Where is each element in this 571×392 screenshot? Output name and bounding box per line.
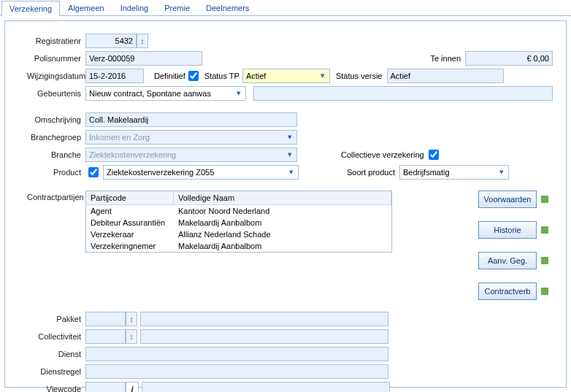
tab-premie[interactable]: Premie xyxy=(156,0,198,15)
contractverb-indicator xyxy=(541,288,548,295)
label-collectiviteit: Collectiviteit xyxy=(27,332,85,341)
label-definitief: Definitief xyxy=(154,72,185,80)
table-row[interactable]: Debiteur Assurantiën Makelaardij Aanbalb… xyxy=(86,217,391,228)
omschrijving-field[interactable] xyxy=(85,112,297,127)
contractpartijen-grid[interactable]: Partijcode Volledige Naam Agent Kantoor … xyxy=(85,191,392,253)
soort-product-select[interactable]: Bedrijfsmatig ▾ xyxy=(399,165,509,180)
table-row[interactable]: Agent Kantoor Noord Nederland xyxy=(86,205,391,217)
label-collectieve: Collectieve verzekering xyxy=(341,150,424,159)
label-soort-product: Soort product xyxy=(342,168,399,177)
chevron-down-icon: ▾ xyxy=(497,168,506,177)
grid-header-partijcode[interactable]: Partijcode xyxy=(86,191,174,204)
product-select[interactable]: Ziektekostenverzekering Z055 ▾ xyxy=(103,165,299,180)
aanvgeg-button[interactable]: Aanv. Geg. xyxy=(478,252,537,269)
collectiviteit-code-field[interactable] xyxy=(85,329,126,344)
aanvgeg-indicator xyxy=(541,257,548,264)
label-branche: Branche xyxy=(27,150,85,159)
status-tp-select[interactable]: Actief ▾ xyxy=(242,69,330,83)
updown-icon: ↕ xyxy=(129,332,134,341)
label-viewcode: Viewcode xyxy=(27,385,85,393)
wijzigingsdatum-field[interactable] xyxy=(85,69,144,83)
gebeurtenis-value: Nieuw contract, Spontane aanwas xyxy=(89,89,211,98)
gebeurtenis-desc-field[interactable] xyxy=(253,86,553,101)
tab-verzekering[interactable]: Verzekering xyxy=(1,1,60,16)
table-row[interactable]: Verzekeraar Allianz Nederland Schade xyxy=(86,228,391,240)
label-gebeurtenis: Gebeurtenis xyxy=(27,89,85,98)
label-pakket: Pakket xyxy=(27,315,85,323)
tab-indeling[interactable]: Indeling xyxy=(112,0,157,15)
tab-bar: Verzekering Algemeen Indeling Premie Dee… xyxy=(0,0,571,16)
grid-header: Partijcode Volledige Naam xyxy=(86,191,391,205)
voorwaarden-indicator xyxy=(541,196,548,203)
collectiviteit-desc-field xyxy=(140,329,388,344)
dienst-field xyxy=(85,347,388,361)
branche-value: Ziektekostenverzekering xyxy=(89,150,176,159)
viewcode-field[interactable] xyxy=(85,382,126,393)
branchegroep-select: Inkomen en Zorg ▾ xyxy=(85,130,297,145)
chevron-down-icon: ▾ xyxy=(234,89,243,98)
tab-deelnemers[interactable]: Deelnemers xyxy=(198,0,257,15)
viewcode-info-button[interactable]: i xyxy=(126,382,139,393)
label-product: Product xyxy=(27,168,85,177)
historie-indicator xyxy=(541,226,548,234)
label-polisnummer: Polisnummer xyxy=(27,54,85,63)
product-value: Ziektekostenverzekering Z055 xyxy=(107,168,214,177)
label-status-versie: Status versie xyxy=(336,72,383,80)
branchegroep-value: Inkomen en Zorg xyxy=(89,133,150,142)
pakket-desc-field xyxy=(140,312,388,326)
label-contractpartijen: Contractpartijen xyxy=(27,191,85,201)
label-branchegroep: Branchegroep xyxy=(27,133,85,142)
chevron-down-icon: ▾ xyxy=(286,133,294,142)
tab-algemeen[interactable]: Algemeen xyxy=(60,0,112,15)
label-dienst: Dienst xyxy=(27,350,85,358)
historie-button[interactable]: Historie xyxy=(478,221,537,239)
soort-product-value: Bedrijfsmatig xyxy=(403,168,450,177)
product-checkbox[interactable] xyxy=(88,167,99,177)
label-te-innen: Te innen xyxy=(430,54,465,63)
main-panel: Registratienr ↕ Polisnummer Te innen € 0… xyxy=(4,20,567,388)
chevron-down-icon: ▾ xyxy=(318,72,327,80)
updown-icon: ↕ xyxy=(140,36,145,45)
status-tp-value: Actief xyxy=(246,72,267,80)
registratienr-stepper[interactable]: ↕ xyxy=(137,34,148,48)
updown-icon: ↕ xyxy=(129,315,134,323)
collectieve-checkbox[interactable] xyxy=(429,150,439,160)
label-dienstregel: Dienstregel xyxy=(27,367,85,376)
grid-body: Agent Kantoor Noord Nederland Debiteur A… xyxy=(86,205,391,252)
voorwaarden-button[interactable]: Voorwaarden xyxy=(478,191,537,208)
label-wijzigingsdatum: Wijzigingsdatum xyxy=(27,72,85,80)
pakket-stepper[interactable]: ↕ xyxy=(126,312,137,326)
chevron-down-icon: ▾ xyxy=(286,150,294,159)
contractverb-button[interactable]: Contractverb xyxy=(478,283,537,300)
info-icon: i xyxy=(131,385,133,393)
definitief-checkbox[interactable] xyxy=(188,71,199,81)
registratienr-field xyxy=(85,34,137,48)
grid-header-volledigenaam[interactable]: Volledige Naam xyxy=(174,191,391,204)
te-innen-value: € 0,00 xyxy=(465,51,553,66)
dienstregel-field xyxy=(85,364,388,379)
polisnummer-field[interactable] xyxy=(85,51,202,66)
status-versie-value: Actief xyxy=(387,69,504,83)
branche-select: Ziektekostenverzekering ▾ xyxy=(85,147,297,162)
table-row[interactable]: Verzekeringnemer Makelaardij Aanbalbom xyxy=(86,240,391,252)
collectiviteit-stepper[interactable]: ↕ xyxy=(126,329,137,344)
label-status-tp: Status TP xyxy=(204,72,239,80)
label-registratienr: Registratienr xyxy=(27,36,85,45)
pakket-code-field[interactable] xyxy=(85,312,126,326)
viewcode-desc-field xyxy=(142,382,390,393)
chevron-down-icon: ▾ xyxy=(287,168,296,177)
gebeurtenis-select[interactable]: Nieuw contract, Spontane aanwas ▾ xyxy=(85,86,246,101)
label-omschrijving: Omschrijving xyxy=(27,115,85,124)
